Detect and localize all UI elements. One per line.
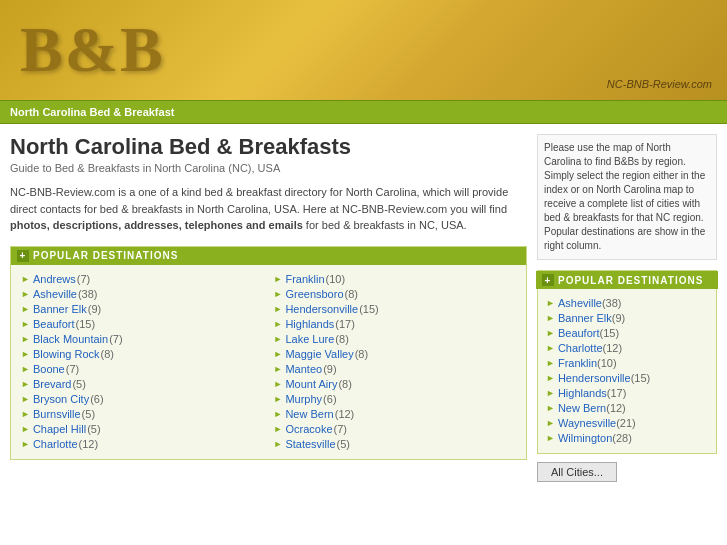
- arrow-icon: ►: [546, 328, 555, 338]
- city-count: (15): [631, 372, 651, 384]
- city-link[interactable]: Chapel Hill: [33, 423, 86, 435]
- all-cities-button[interactable]: All Cities...: [537, 462, 617, 482]
- city-count: (12): [606, 402, 626, 414]
- arrow-icon: ►: [546, 343, 555, 353]
- city-link[interactable]: Hendersonville: [558, 372, 631, 384]
- navbar: North Carolina Bed & Breakfast: [0, 100, 727, 124]
- city-link[interactable]: Asheville: [558, 297, 602, 309]
- page-subtitle: Guide to Bed & Breakfasts in North Carol…: [10, 162, 527, 174]
- city-link[interactable]: Murphy: [285, 393, 322, 405]
- list-item: ►Beaufort (15): [546, 327, 708, 339]
- city-count: (5): [337, 438, 350, 450]
- list-item: ►Wilmington (28): [546, 432, 708, 444]
- arrow-icon: ►: [274, 334, 283, 344]
- main-layout: North Carolina Bed & Breakfasts Guide to…: [0, 124, 727, 492]
- city-link[interactable]: Beaufort: [558, 327, 600, 339]
- page-title: North Carolina Bed & Breakfasts: [10, 134, 527, 160]
- arrow-icon: ►: [21, 274, 30, 284]
- list-item: ►Blowing Rock (8): [21, 348, 264, 360]
- city-link[interactable]: Beaufort: [33, 318, 75, 330]
- arrow-icon: ►: [546, 388, 555, 398]
- sidebar-cities-list: ►Asheville (38)►Banner Elk (9)►Beaufort …: [546, 297, 708, 444]
- city-link[interactable]: Bryson City: [33, 393, 89, 405]
- city-count: (9): [323, 363, 336, 375]
- list-item: ►Charlotte (12): [546, 342, 708, 354]
- city-link[interactable]: Banner Elk: [33, 303, 87, 315]
- city-count: (9): [612, 312, 625, 324]
- city-link[interactable]: Hendersonville: [285, 303, 358, 315]
- city-link[interactable]: Maggie Valley: [285, 348, 353, 360]
- city-count: (5): [72, 378, 85, 390]
- city-link[interactable]: Greensboro: [285, 288, 343, 300]
- city-count: (8): [338, 378, 351, 390]
- city-link[interactable]: New Bern: [558, 402, 606, 414]
- city-count: (10): [597, 357, 617, 369]
- city-link[interactable]: Highlands: [558, 387, 607, 399]
- list-item: ►Banner Elk (9): [546, 312, 708, 324]
- city-link[interactable]: Black Mountain: [33, 333, 108, 345]
- city-link[interactable]: Franklin: [285, 273, 324, 285]
- arrow-icon: ►: [546, 313, 555, 323]
- city-link[interactable]: Wilmington: [558, 432, 612, 444]
- arrow-icon: ►: [274, 364, 283, 374]
- city-link[interactable]: Lake Lure: [285, 333, 334, 345]
- city-link[interactable]: Banner Elk: [558, 312, 612, 324]
- arrow-icon: ►: [21, 319, 30, 329]
- city-count: (17): [607, 387, 627, 399]
- list-item: ►Andrews (7): [21, 273, 264, 285]
- city-columns: ►Andrews (7)►Asheville (38)►Banner Elk (…: [21, 273, 516, 453]
- breadcrumb[interactable]: North Carolina Bed & Breakfast: [10, 106, 174, 118]
- list-item: ►Hendersonville (15): [546, 372, 708, 384]
- list-item: ►Greensboro (8): [274, 288, 517, 300]
- city-link[interactable]: Ocracoke: [285, 423, 332, 435]
- list-item: ►Brevard (5): [21, 378, 264, 390]
- list-item: ►Chapel Hill (5): [21, 423, 264, 435]
- city-link[interactable]: Boone: [33, 363, 65, 375]
- city-link[interactable]: Asheville: [33, 288, 77, 300]
- arrow-icon: ►: [274, 424, 283, 434]
- sidebar-intro: Please use the map of North Carolina to …: [537, 134, 717, 260]
- list-item: ►Asheville (38): [546, 297, 708, 309]
- list-item: ►Black Mountain (7): [21, 333, 264, 345]
- list-item: ►New Bern (12): [274, 408, 517, 420]
- city-link[interactable]: Manteo: [285, 363, 322, 375]
- arrow-icon: ►: [546, 358, 555, 368]
- city-count: (7): [77, 273, 90, 285]
- city-count: (8): [345, 288, 358, 300]
- city-link[interactable]: Brevard: [33, 378, 72, 390]
- city-link[interactable]: Burnsville: [33, 408, 81, 420]
- list-item: ►Beaufort (15): [21, 318, 264, 330]
- city-count: (21): [616, 417, 636, 429]
- desc-text-2: for bed & breakfasts in NC, USA.: [303, 219, 467, 231]
- city-link[interactable]: Waynesville: [558, 417, 616, 429]
- city-link[interactable]: New Bern: [285, 408, 333, 420]
- arrow-icon: ►: [21, 439, 30, 449]
- list-item: ►Murphy (6): [274, 393, 517, 405]
- city-count: (8): [101, 348, 114, 360]
- city-link[interactable]: Statesville: [285, 438, 335, 450]
- list-item: ►Asheville (38): [21, 288, 264, 300]
- arrow-icon: ►: [546, 433, 555, 443]
- city-link[interactable]: Blowing Rock: [33, 348, 100, 360]
- city-count: (5): [82, 408, 95, 420]
- city-link[interactable]: Andrews: [33, 273, 76, 285]
- city-count: (28): [612, 432, 632, 444]
- plus-icon: +: [17, 250, 29, 262]
- sidebar-pop-box: + Popular Destinations ►Asheville (38)►B…: [537, 270, 717, 454]
- arrow-icon: ►: [274, 274, 283, 284]
- city-count: (17): [335, 318, 355, 330]
- list-item: ►Boone (7): [21, 363, 264, 375]
- city-count: (7): [66, 363, 79, 375]
- arrow-icon: ►: [21, 289, 30, 299]
- arrow-icon: ►: [274, 289, 283, 299]
- city-link[interactable]: Charlotte: [33, 438, 78, 450]
- arrow-icon: ►: [546, 373, 555, 383]
- city-link[interactable]: Highlands: [285, 318, 334, 330]
- city-col-1: ►Andrews (7)►Asheville (38)►Banner Elk (…: [21, 273, 264, 453]
- arrow-icon: ►: [274, 379, 283, 389]
- city-link[interactable]: Mount Airy: [285, 378, 337, 390]
- city-link[interactable]: Charlotte: [558, 342, 603, 354]
- city-count: (12): [335, 408, 355, 420]
- arrow-icon: ►: [21, 424, 30, 434]
- city-link[interactable]: Franklin: [558, 357, 597, 369]
